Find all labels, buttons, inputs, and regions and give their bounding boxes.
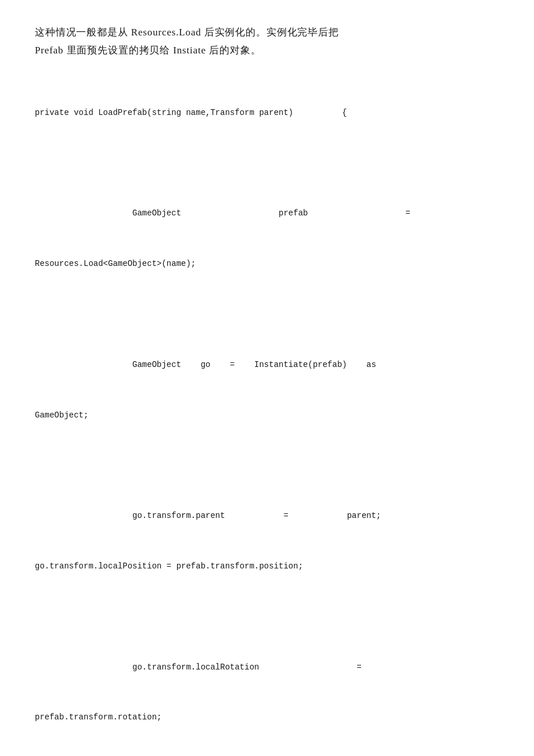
code1-line-3: GameObject prefab = — [35, 204, 499, 222]
code1-line-2 — [35, 154, 499, 172]
code1-line-11 — [35, 608, 499, 626]
intro-line2: Prefab 里面预先设置的拷贝给 Instiate 后的对象。 — [35, 45, 261, 56]
intro-line1: 这种情况一般都是从 Resources.Load 后实例化的。实例化完毕后把 — [35, 27, 339, 38]
code1-line-10: go.transform.localPosition = prefab.tran… — [35, 557, 499, 575]
code1-line-6: GameObject go = Instantiate(prefab) as — [35, 356, 499, 374]
code1-line-5 — [35, 305, 499, 323]
code-block-1: private void LoadPrefab(string name,Tran… — [35, 71, 499, 756]
code1-line-4: Resources.Load<GameObject>(name); — [35, 255, 499, 273]
content-area: 这种情况一般都是从 Resources.Load 后实例化的。实例化完毕后把 P… — [35, 23, 499, 756]
code1-line-8 — [35, 456, 499, 474]
code1-line-9: go.transform.parent = parent; — [35, 507, 499, 525]
code1-line-13: prefab.transform.rotation; — [35, 708, 499, 726]
code1-line-7: GameObject; — [35, 406, 499, 424]
intro-paragraph: 这种情况一般都是从 Resources.Load 后实例化的。实例化完毕后把 P… — [35, 23, 499, 60]
code1-line-12: go.transform.localRotation = — [35, 658, 499, 676]
code1-line-1: private void LoadPrefab(string name,Tran… — [35, 104, 499, 122]
